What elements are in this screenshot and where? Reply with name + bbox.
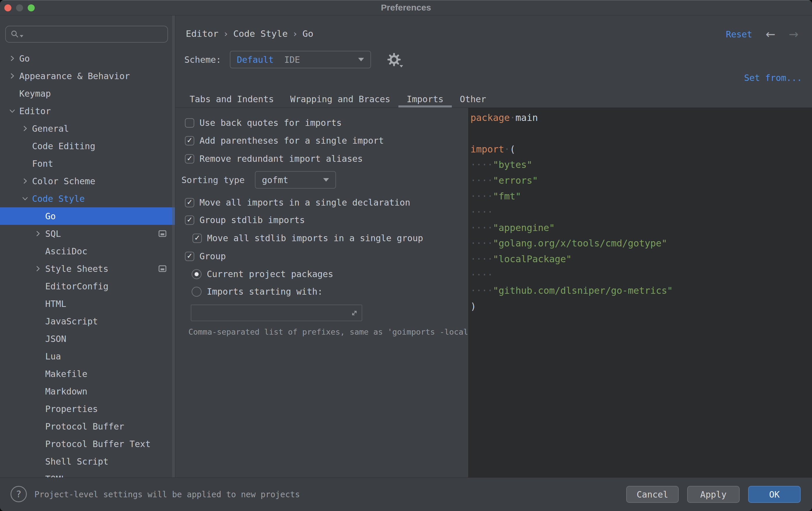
reset-link[interactable]: Reset: [726, 29, 752, 39]
checkbox-move-all-imports-in-a-single-declaration[interactable]: ✓Move all imports in a single declaratio…: [185, 197, 410, 208]
sidebar-item-markdown[interactable]: Markdown: [0, 382, 175, 400]
breadcrumb-item-code-style[interactable]: Code Style: [233, 28, 288, 39]
sidebar-item-lua[interactable]: Lua: [0, 348, 175, 365]
back-arrow-icon[interactable]: ←: [765, 28, 776, 40]
chevron-right-icon[interactable]: [22, 178, 29, 185]
sidebar-scrollbar[interactable]: [172, 16, 175, 478]
chevron-right-icon[interactable]: [9, 73, 16, 79]
sidebar-item-makefile[interactable]: Makefile: [0, 365, 175, 382]
sidebar-item-label: Makefile: [45, 369, 87, 379]
sidebar-item-general[interactable]: General: [0, 120, 175, 137]
chevron-down-icon[interactable]: [9, 107, 16, 114]
checkbox-add-parentheses-for-a-single-import[interactable]: ✓Add parentheses for a single import: [185, 135, 384, 146]
breadcrumb-item-go[interactable]: Go: [302, 28, 313, 39]
code-token: ····: [470, 222, 493, 233]
radio-circle[interactable]: [192, 287, 202, 297]
code-token: ····: [470, 269, 493, 280]
sidebar-item-code-editing[interactable]: Code Editing: [0, 137, 175, 155]
search-input[interactable]: [26, 29, 167, 39]
tab-other[interactable]: Other: [452, 90, 494, 107]
code-line: ····"bytes": [470, 157, 812, 173]
cancel-button[interactable]: Cancel: [626, 486, 679, 503]
sidebar-item-sql[interactable]: SQL: [0, 225, 175, 242]
prefix-help-text: Comma-separated list of prefixes, same a…: [188, 327, 473, 337]
chevron-down-icon: [323, 178, 329, 182]
per-project-settings-icon: [158, 229, 167, 238]
window-title: Preferences: [0, 0, 812, 15]
dialog-buttons: CancelApplyOK: [626, 486, 801, 503]
code-line: ····"github.com/dlsniper/go-metrics": [470, 283, 812, 299]
code-token: ····: [470, 191, 493, 202]
sidebar-item-shell-script[interactable]: Shell Script: [0, 453, 175, 470]
tab-label: Wrapping and Braces: [290, 94, 390, 104]
settings-search-box[interactable]: [5, 26, 168, 43]
tab-wrapping-and-braces[interactable]: Wrapping and Braces: [282, 90, 399, 107]
checkbox-move-all-stdlib-imports-in-a-single-group[interactable]: ✓Move all stdlib imports in a single gro…: [193, 233, 423, 243]
chevron-right-icon[interactable]: [22, 125, 29, 132]
checkbox-box[interactable]: ✓: [185, 136, 194, 145]
sidebar-item-label: TOML: [45, 474, 66, 478]
help-button[interactable]: ?: [10, 486, 27, 502]
sidebar-item-font[interactable]: Font: [0, 155, 175, 172]
question-mark-icon: ?: [16, 488, 21, 500]
checkbox-box[interactable]: ✓: [185, 154, 194, 163]
checkbox-remove-redundant-import-aliases[interactable]: ✓Remove redundant import aliases: [185, 154, 363, 164]
sidebar-item-javascript[interactable]: JavaScript: [0, 313, 175, 330]
sidebar-item-editorconfig[interactable]: EditorConfig: [0, 277, 175, 295]
sidebar-item-editor[interactable]: Editor: [0, 102, 175, 120]
radio-imports-starting-with[interactable]: Imports starting with:: [192, 287, 323, 297]
sidebar-item-go[interactable]: Go: [0, 207, 175, 225]
sidebar-item-keymap[interactable]: Keymap: [0, 85, 175, 102]
sidebar-item-label: JavaScript: [45, 316, 98, 326]
sidebar-item-json[interactable]: JSON: [0, 330, 175, 348]
tab-imports[interactable]: Imports: [399, 90, 452, 107]
checkbox-label: Remove redundant import aliases: [200, 154, 363, 164]
settings-tree: GoAppearance & BehaviorKeymapEditorGener…: [0, 50, 175, 478]
ok-button[interactable]: OK: [748, 486, 801, 503]
code-token: ····: [470, 207, 493, 218]
code-style-tabs: Tabs and IndentsWrapping and BracesImpor…: [175, 90, 812, 108]
chevron-right-icon[interactable]: [9, 55, 16, 62]
checkbox-use-back-quotes-for-imports[interactable]: Use back quotes for imports: [185, 118, 342, 128]
sidebar-item-toml[interactable]: TOML: [0, 470, 175, 478]
sidebar-item-asciidoc[interactable]: AsciiDoc: [0, 242, 175, 260]
apply-button[interactable]: Apply: [687, 486, 740, 503]
prefix-input[interactable]: [191, 305, 350, 321]
forward-arrow-icon[interactable]: →: [789, 28, 799, 40]
sidebar-item-appearance-behavior[interactable]: Appearance & Behavior: [0, 67, 175, 85]
checkbox-box[interactable]: [185, 118, 194, 128]
sidebar-item-style-sheets[interactable]: Style Sheets: [0, 260, 175, 277]
scheme-value-detail: IDE: [284, 55, 300, 65]
sidebar-item-properties[interactable]: Properties: [0, 400, 175, 418]
scheme-dropdown[interactable]: Default IDE: [230, 51, 371, 68]
chevron-down-icon[interactable]: [22, 195, 29, 202]
check-icon: ✓: [187, 136, 192, 144]
sidebar-item-go[interactable]: Go: [0, 50, 175, 67]
search-options-caret-icon[interactable]: [20, 35, 23, 37]
breadcrumb-item-editor[interactable]: Editor: [186, 28, 219, 39]
checkbox-group[interactable]: ✓Group: [185, 251, 226, 261]
chevron-right-icon[interactable]: [34, 265, 41, 272]
sorting-type-dropdown[interactable]: gofmt: [255, 171, 336, 189]
sidebar-item-label: EditorConfig: [45, 281, 109, 291]
checkbox-box[interactable]: ✓: [185, 198, 194, 207]
radio-circle[interactable]: [192, 269, 202, 279]
radio-current-project-packages[interactable]: Current project packages: [192, 269, 333, 279]
gear-icon[interactable]: [387, 53, 403, 67]
checkbox-label: Move all imports in a single declaration: [200, 197, 410, 208]
sidebar-item-color-scheme[interactable]: Color Scheme: [0, 172, 175, 190]
chevron-right-icon[interactable]: [34, 230, 41, 237]
checkbox-box[interactable]: ✓: [193, 234, 202, 243]
tab-tabs-and-indents[interactable]: Tabs and Indents: [181, 90, 282, 107]
sidebar-item-html[interactable]: HTML: [0, 295, 175, 313]
expand-field-icon[interactable]: [350, 308, 359, 317]
sidebar-item-protocol-buffer[interactable]: Protocol Buffer: [0, 418, 175, 435]
sidebar-item-code-style[interactable]: Code Style: [0, 190, 175, 207]
set-from-link[interactable]: Set from...: [744, 73, 802, 83]
check-icon: ✓: [195, 234, 200, 242]
checkbox-box[interactable]: ✓: [185, 252, 194, 261]
checkbox-box[interactable]: ✓: [185, 215, 194, 225]
code-line: ): [470, 299, 812, 315]
sidebar-item-protocol-buffer-text[interactable]: Protocol Buffer Text: [0, 435, 175, 453]
checkbox-group-stdlib-imports[interactable]: ✓Group stdlib imports: [185, 215, 305, 225]
